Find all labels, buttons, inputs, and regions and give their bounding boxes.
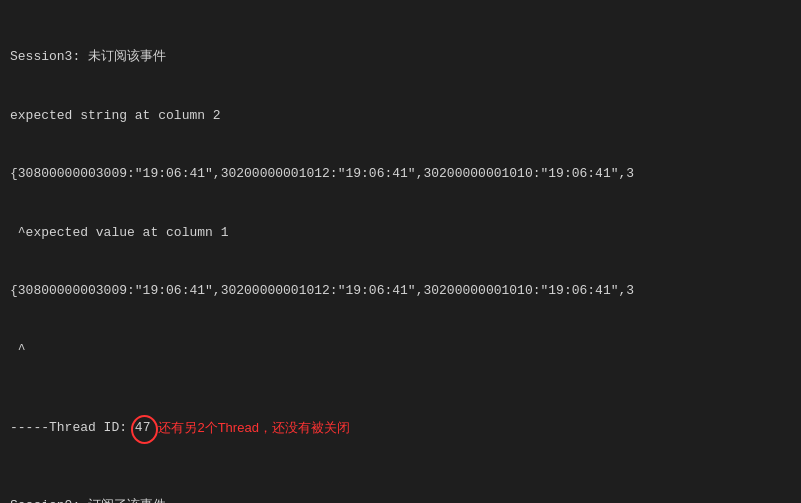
line-caret-expected-1: ^expected value at column 1 [10,223,791,243]
line-expected-string-1: expected string at column 2 [10,106,791,126]
line-caret-1: ^ [10,340,791,360]
thread-47-label: -----Thread ID: 47 [10,418,150,438]
line-session0-subscribed-1: Session0: 订阅了该事件 [10,496,791,504]
line-session3-unsubscribed: Session3: 未订阅该事件 [10,47,791,67]
line-json-data-1: {30800000003009:"19:06:41",3020000000101… [10,164,791,184]
thread-47-line: -----Thread ID: 47 还有另2个Thread，还没有被关闭 [10,418,791,438]
console-output: Session3: 未订阅该事件 expected string at colu… [10,8,791,503]
annotation-text: 还有另2个Thread，还没有被关闭 [158,418,349,438]
line-json-data-2: {30800000003009:"19:06:41",3020000000101… [10,281,791,301]
thread-47-id: 47 [135,418,151,438]
